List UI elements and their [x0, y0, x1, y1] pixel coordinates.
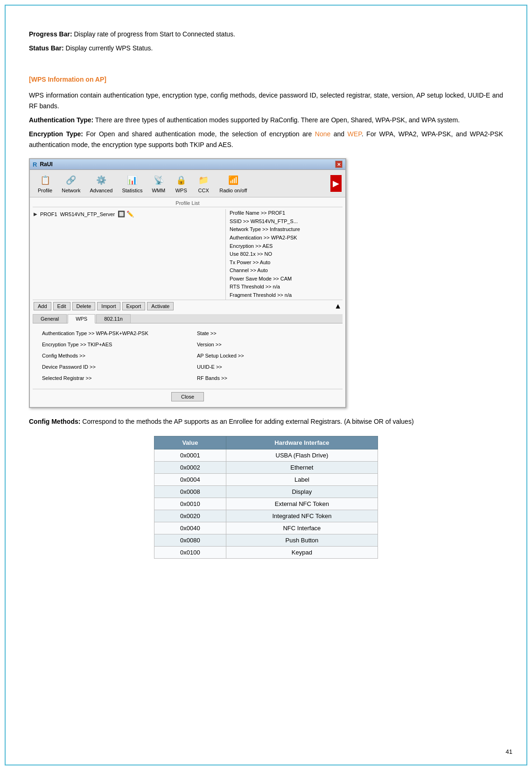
table-cell-value: 0x0020	[154, 510, 226, 522]
ccx-icon: 📁	[197, 174, 210, 187]
raui-tabs: General WPS 802.11n	[33, 314, 343, 323]
page-content: Progress Bar: Display rate of progress f…	[29, 20, 503, 559]
profile-list-area: ▶ PROF1 WR514VN_FTP_Server 🔲 ✏️ Profile …	[33, 209, 343, 300]
wps-enc-type: Encryption Type >> TKIP+AES	[42, 339, 178, 350]
toolbar-radio-label: Radio on/off	[219, 188, 247, 193]
progress-bar-para: Progress Bar: Display rate of progress f…	[29, 29, 503, 39]
scroll-up-icon[interactable]: ▲	[334, 302, 342, 310]
edit-button[interactable]: Edit	[53, 302, 70, 310]
page-border: Progress Bar: Display rate of progress f…	[5, 5, 527, 765]
profile-detail-4: Authentication >> WPA2-PSK	[230, 234, 343, 242]
table-header-hardware: Hardware Interface	[226, 436, 378, 449]
toolbar-advanced[interactable]: ⚙️ Advanced	[86, 172, 117, 195]
profile-detail-5: Encryption >> AES	[230, 242, 343, 251]
status-bar-text: Display currently WPS Status.	[64, 44, 153, 52]
config-methods-label: Config Methods:	[29, 418, 80, 425]
profile-detail-9: Power Save Mode >> CAM	[230, 275, 343, 283]
profile-name: PROF1	[40, 211, 57, 217]
profile-detail-6: Use 802.1x >> NO	[230, 250, 343, 259]
table-cell-value: 0x0001	[154, 449, 226, 462]
table-row: 0x0008Display	[154, 486, 378, 498]
profile-detail-7: Tx Power >> Auto	[230, 259, 343, 267]
wps-selected-registrar: Selected Registrar >>	[42, 373, 178, 383]
raui-close-button[interactable]: ✕	[335, 161, 343, 168]
hardware-interface-table: Value Hardware Interface 0x0001USBA (Fla…	[154, 436, 378, 559]
profile-arrow-icon: ▶	[34, 211, 37, 217]
wps-device-password: Device Password ID >>	[42, 362, 178, 372]
table-cell-value: 0x0040	[154, 522, 226, 534]
profile-list-header: Profile List	[33, 200, 343, 207]
wps-intro: WPS information contain authentication t…	[29, 90, 503, 111]
table-row: 0x0020Integrated NFC Token	[154, 510, 378, 522]
toolbar-advanced-label: Advanced	[90, 188, 113, 193]
table-row: 0x0010External NFC Token	[154, 498, 378, 510]
close-button[interactable]: Close	[171, 392, 204, 401]
profile-edit-icon: ✏️	[126, 211, 134, 218]
table-row: 0x0100Keypad	[154, 547, 378, 559]
wps-ap-setup-locked: AP Setup Locked >>	[197, 351, 333, 361]
network-icon: 🔗	[64, 174, 77, 187]
config-methods-text: Correspond to the methods the AP support…	[80, 418, 413, 425]
profile-detail-11: Fragment Threshold >> n/a	[230, 291, 343, 300]
wps-uuid-e: UUID-E >>	[197, 362, 333, 372]
toolbar-statistics[interactable]: 📊 Statistics	[118, 172, 147, 195]
table-row: 0x0040NFC Interface	[154, 522, 378, 534]
import-button[interactable]: Import	[97, 302, 120, 310]
table-cell-interface: Display	[226, 486, 378, 498]
enc-type-text1: For Open and shared authentication mode,…	[83, 130, 315, 138]
wps-state: State >>	[197, 328, 333, 338]
wps-col-right: State >> Version >> AP Setup Locked >> U…	[197, 328, 333, 384]
wps-rf-bands: RF Bands >>	[197, 373, 333, 383]
toolbar-radio[interactable]: 📶 Radio on/off	[215, 172, 251, 195]
toolbar-wmm[interactable]: 📡 WMM	[147, 172, 169, 195]
toolbar-profile-label: Profile	[38, 188, 52, 193]
profile-list-right: Profile Name >> PROF1 SSID >> WR514VN_FT…	[226, 209, 343, 300]
table-cell-interface: External NFC Token	[226, 498, 378, 510]
table-row: 0x0002Ethernet	[154, 462, 378, 474]
tab-80211n[interactable]: 802.11n	[96, 314, 131, 323]
toolbar-ccx[interactable]: 📁 CCX	[193, 172, 214, 195]
profile-list-left: ▶ PROF1 WR514VN_FTP_Server 🔲 ✏️	[33, 209, 226, 300]
wps-info-area: Authentication Type >> WPA-PSK+WPA2-PSK …	[33, 323, 343, 389]
table-cell-value: 0x0002	[154, 462, 226, 474]
enc-type-none: None	[315, 130, 330, 138]
wps-col-left: Authentication Type >> WPA-PSK+WPA2-PSK …	[42, 328, 178, 384]
wps-version: Version >>	[197, 339, 333, 350]
profile-detail-2: SSID >> WR514VN_FTP_S...	[230, 218, 343, 226]
table-cell-interface: Ethernet	[226, 462, 378, 474]
toolbar-ccx-label: CCX	[198, 188, 209, 193]
toolbar-arrow-right[interactable]: ▶	[330, 175, 342, 192]
statistics-icon: 📊	[126, 174, 139, 187]
add-button[interactable]: Add	[34, 302, 51, 310]
profile-row[interactable]: ▶ PROF1 WR514VN_FTP_Server 🔲 ✏️	[33, 209, 224, 219]
toolbar-network[interactable]: 🔗 Network	[57, 172, 84, 195]
enc-type-para: Encryption Type: For Open and shared aut…	[29, 129, 503, 150]
auth-type-text: There are three types of authentication …	[93, 116, 460, 124]
toolbar-profile[interactable]: 📋 Profile	[34, 172, 56, 195]
profile-detail-10: RTS Threshold >> n/a	[230, 283, 343, 291]
tab-wps[interactable]: WPS	[68, 314, 95, 323]
profile-action-icons: 🔲 ✏️	[118, 211, 134, 218]
toolbar-wps[interactable]: 🔒 WPS	[170, 172, 192, 195]
raui-title: RaUI	[40, 161, 52, 168]
toolbar-wps-label: WPS	[175, 188, 187, 193]
table-header-value: Value	[154, 436, 226, 449]
delete-button[interactable]: Delete	[72, 302, 96, 310]
table-row: 0x0004Label	[154, 474, 378, 486]
table-cell-value: 0x0004	[154, 474, 226, 486]
table-cell-value: 0x0008	[154, 486, 226, 498]
table-cell-interface: Push Button	[226, 534, 378, 547]
export-button[interactable]: Export	[122, 302, 146, 310]
table-cell-interface: USBA (Flash Drive)	[226, 449, 378, 462]
table-cell-interface: Label	[226, 474, 378, 486]
progress-bar-label: Progress Bar:	[29, 30, 72, 38]
auth-type-label: Authentication Type:	[29, 116, 93, 124]
table-cell-value: 0x0010	[154, 498, 226, 510]
enc-type-and: and	[330, 130, 347, 138]
tab-general[interactable]: General	[33, 314, 67, 323]
activate-button[interactable]: Activate	[147, 302, 174, 310]
wps-section-heading: [WPS Information on AP]	[29, 74, 503, 84]
profile-detail-8: Channel >> Auto	[230, 267, 343, 275]
table-cell-interface: Integrated NFC Token	[226, 510, 378, 522]
profile-server: WR514VN_FTP_Server	[60, 211, 115, 217]
